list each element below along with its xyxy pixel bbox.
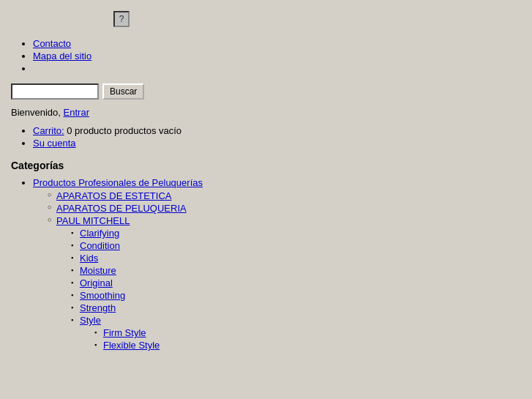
list-item: Smoothing bbox=[71, 290, 521, 301]
style-list: Firm Style Flexible Style bbox=[80, 327, 521, 351]
list-item: Kids bbox=[71, 253, 521, 264]
search-area: Buscar bbox=[11, 83, 521, 100]
clarifying-link[interactable]: Clarifying bbox=[80, 228, 119, 239]
cart-link[interactable]: Carrito: bbox=[33, 125, 64, 136]
strength-link[interactable]: Strength bbox=[80, 302, 116, 313]
firm-style-link[interactable]: Firm Style bbox=[103, 327, 146, 338]
cart-list: Carrito: 0 producto productos vacío Su c… bbox=[11, 125, 521, 149]
categories-title: Categorías bbox=[11, 160, 521, 171]
nav-item-mapa: Mapa del sitio bbox=[33, 51, 521, 61]
original-link[interactable]: Original bbox=[80, 277, 113, 288]
aparatos-peluqueria-link[interactable]: APARATOS DE PELUQUERIA bbox=[56, 203, 187, 214]
list-item: Original bbox=[71, 277, 521, 288]
list-item: Strength bbox=[71, 302, 521, 313]
list-item: PAUL MITCHELL Clarifying Condition Kids … bbox=[48, 215, 521, 351]
categories-list: Productos Profesionales de Peluquerías A… bbox=[11, 177, 521, 351]
style-link[interactable]: Style bbox=[80, 315, 101, 326]
nav-item-contacto: Contacto bbox=[33, 38, 521, 49]
search-input[interactable] bbox=[11, 83, 99, 100]
logo-icon: ? bbox=[113, 11, 130, 27]
condition-link[interactable]: Condition bbox=[80, 240, 120, 251]
moisture-link[interactable]: Moisture bbox=[80, 265, 116, 276]
welcome-text: Bienvenido, Entrar bbox=[11, 107, 521, 118]
contacto-link[interactable]: Contacto bbox=[33, 38, 71, 49]
nav-list: Contacto Mapa del sitio bbox=[11, 38, 521, 75]
list-item: Moisture bbox=[71, 265, 521, 276]
list-item: Firm Style bbox=[94, 327, 521, 338]
paul-mitchell-list: Clarifying Condition Kids Moisture Origi… bbox=[56, 228, 521, 351]
list-item: Flexible Style bbox=[94, 340, 521, 351]
account-item: Su cuenta bbox=[33, 138, 521, 149]
list-item: APARATOS DE PELUQUERIA bbox=[48, 203, 521, 214]
paul-mitchell-link[interactable]: PAUL MITCHELL bbox=[56, 215, 130, 226]
list-item: Style Firm Style Flexible Style bbox=[71, 315, 521, 351]
mapa-link[interactable]: Mapa del sitio bbox=[33, 51, 91, 61]
list-item: Clarifying bbox=[71, 228, 521, 239]
search-button[interactable]: Buscar bbox=[102, 83, 144, 100]
aparatos-estetica-link[interactable]: APARATOS DE ESTETICA bbox=[56, 190, 171, 201]
flexible-style-link[interactable]: Flexible Style bbox=[103, 340, 160, 351]
sub-list-productos: APARATOS DE ESTETICA APARATOS DE PELUQUE… bbox=[33, 190, 521, 351]
smoothing-link[interactable]: Smoothing bbox=[80, 290, 125, 301]
cart-item: Carrito: 0 producto productos vacío bbox=[33, 125, 521, 136]
list-item: Condition bbox=[71, 240, 521, 251]
list-item: Productos Profesionales de Peluquerías A… bbox=[33, 177, 521, 351]
productos-link[interactable]: Productos Profesionales de Peluquerías bbox=[33, 177, 203, 188]
nav-item-empty bbox=[33, 63, 521, 75]
kids-link[interactable]: Kids bbox=[80, 253, 98, 264]
list-item: APARATOS DE ESTETICA bbox=[48, 190, 521, 201]
logo-area: ? bbox=[11, 11, 521, 27]
account-link[interactable]: Su cuenta bbox=[33, 138, 76, 149]
login-link[interactable]: Entrar bbox=[64, 107, 89, 118]
